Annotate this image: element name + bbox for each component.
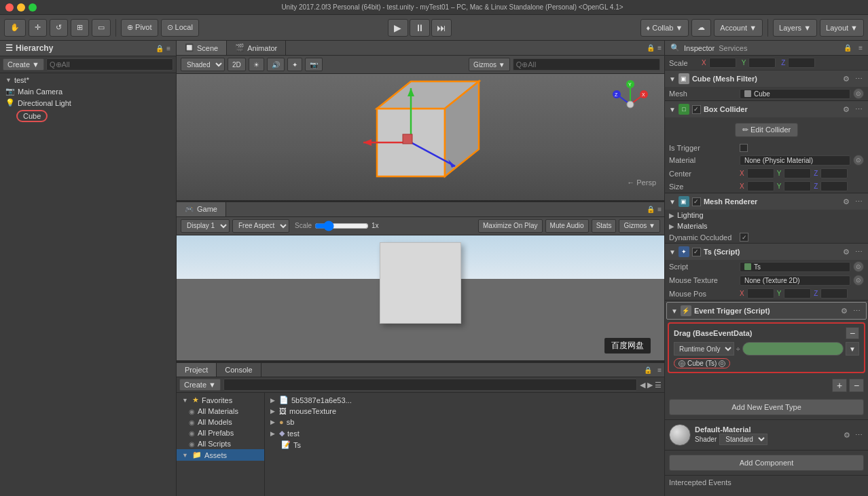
hierarchy-menu[interactable]: ≡ <box>166 45 170 52</box>
add-new-event-type-button[interactable]: Add New Event Type <box>669 399 864 415</box>
project-list-icon[interactable]: ☰ <box>655 381 662 389</box>
remove-event-row-button[interactable]: − <box>849 379 864 392</box>
shading-select[interactable]: Shaded <box>181 58 225 71</box>
mouse-pos-x-input[interactable]: 0 <box>747 288 774 299</box>
minimize-button[interactable] <box>17 3 25 12</box>
hierarchy-search-input[interactable] <box>46 58 173 71</box>
project-create-button[interactable]: Create ▼ <box>179 379 221 391</box>
layout-button[interactable]: Layout ▼ <box>820 19 864 37</box>
asset-item-3[interactable]: ▶ ◆ test <box>268 427 662 439</box>
project-all-scripts[interactable]: ◉ All Scripts <box>177 438 264 449</box>
event-trigger-settings-button[interactable]: ⚙ <box>839 307 849 316</box>
audio-button[interactable]: 🔊 <box>267 58 285 71</box>
project-all-prefabs[interactable]: ◉ All Prefabs <box>177 427 264 438</box>
stats-button[interactable]: Stats <box>592 219 617 233</box>
project-tab[interactable]: Project <box>177 363 217 377</box>
ts-script-settings-button[interactable]: ⚙ <box>842 248 851 256</box>
drag-remove-button[interactable]: − <box>846 327 859 339</box>
mesh-select-button[interactable]: ⊙ <box>853 88 864 99</box>
scene-camera-button[interactable]: 📷 <box>305 58 323 71</box>
2d-button[interactable]: 2D <box>228 58 246 71</box>
maximize-button[interactable] <box>29 3 37 12</box>
project-search-input[interactable] <box>223 379 637 391</box>
play-button[interactable]: ▶ <box>388 19 408 37</box>
dynamic-occluded-checkbox[interactable] <box>740 233 748 242</box>
cube-select-icon[interactable]: ⊙ <box>719 360 725 367</box>
mesh-renderer-header[interactable]: ▼ ▣ Mesh Renderer ⚙ ⋯ <box>665 193 868 210</box>
rect-tool[interactable]: ▭ <box>92 19 111 37</box>
pivot-button[interactable]: ⊕ Pivot <box>121 19 158 37</box>
asset-item-4[interactable]: 📝 Ts <box>268 439 662 451</box>
box-collider-enabled-checkbox[interactable] <box>692 105 701 114</box>
game-tab[interactable]: 🎮 Game <box>177 202 226 216</box>
center-z-input[interactable]: 0 <box>820 168 848 178</box>
account-button[interactable]: Account ▼ <box>714 19 763 37</box>
cloud-button[interactable]: ☁ <box>691 19 711 37</box>
hierarchy-item-test[interactable]: ▼ test* <box>0 75 176 85</box>
mesh-filter-header[interactable]: ▼ ▣ Cube (Mesh Filter) ⚙ ⋯ <box>665 71 868 87</box>
fx-button[interactable]: ✦ <box>287 58 302 71</box>
move-tool[interactable]: ✛ <box>29 19 47 37</box>
scale-x-input[interactable]: 1 <box>709 58 736 68</box>
scene-search-input[interactable] <box>513 58 660 71</box>
project-all-materials[interactable]: ◉ All Materials <box>177 406 264 417</box>
material-settings-button[interactable]: ⚙ <box>842 431 852 440</box>
mouse-texture-value-field[interactable]: None (Texture 2D) <box>740 275 850 286</box>
add-component-button[interactable]: Add Component <box>669 455 864 471</box>
hierarchy-create-button[interactable]: Create ▼ <box>3 58 44 71</box>
mesh-value-field[interactable]: Cube <box>740 89 850 99</box>
local-button[interactable]: ⊙ Local <box>161 19 199 37</box>
mesh-filter-settings-button[interactable]: ⚙ <box>842 75 851 83</box>
material-select-button[interactable]: ⊙ <box>853 155 864 166</box>
box-collider-more-button[interactable]: ⋯ <box>854 105 864 114</box>
scale-y-input[interactable]: 1 <box>748 58 776 68</box>
project-assets-folder[interactable]: ▼ 📁 Assets <box>177 449 264 461</box>
center-x-input[interactable]: 0 <box>747 168 774 178</box>
scale-slider[interactable] <box>314 222 369 230</box>
material-more-button[interactable]: ⋯ <box>854 431 864 440</box>
services-label[interactable]: Services <box>719 44 747 52</box>
hand-tool[interactable]: ✋ <box>4 19 26 37</box>
shader-select[interactable]: Standard <box>719 434 767 445</box>
scene-viewport[interactable]: X Z Y ← Persp <box>177 74 664 200</box>
edit-collider-button[interactable]: ✏ Edit Collider <box>735 123 798 137</box>
mesh-filter-more-button[interactable]: ⋯ <box>854 75 864 83</box>
collab-button[interactable]: ♦ Collab ▼ <box>640 19 689 37</box>
mouse-texture-select-button[interactable]: ⊙ <box>853 275 864 286</box>
size-y-input[interactable]: 1 <box>784 181 811 191</box>
game-gizmos-button[interactable]: Gizmos ▼ <box>619 219 660 233</box>
ondrag-input[interactable]: Ts.OnDrag <box>742 342 844 356</box>
mute-audio-button[interactable]: Mute Audio <box>545 219 589 233</box>
project-all-models[interactable]: ◉ All Models <box>177 417 264 427</box>
mesh-renderer-settings-button[interactable]: ⚙ <box>842 197 851 206</box>
aspect-select[interactable]: Free Aspect <box>232 219 289 233</box>
event-trigger-more-button[interactable]: ⋯ <box>852 307 862 316</box>
is-trigger-checkbox[interactable] <box>740 144 748 152</box>
pause-button[interactable]: ⏸ <box>410 19 430 37</box>
ts-script-header[interactable]: ▼ ✦ Ts (Script) ⚙ ⋯ <box>665 244 868 260</box>
ts-script-more-button[interactable]: ⋯ <box>854 248 864 256</box>
box-collider-header[interactable]: ▼ □ Box Collider ⚙ ⋯ <box>665 101 868 117</box>
close-button[interactable] <box>5 3 14 12</box>
animator-tab[interactable]: 🎬 Animator <box>227 41 286 55</box>
material-value-field[interactable]: None (Physic Material) <box>740 155 850 166</box>
size-z-input[interactable]: 1 <box>820 181 848 191</box>
ondrag-dropdown-button[interactable]: ▼ <box>846 342 859 356</box>
mesh-renderer-more-button[interactable]: ⋯ <box>854 197 864 206</box>
sun-button[interactable]: ☀ <box>249 58 264 71</box>
maximize-on-play-button[interactable]: Maximize On Play <box>478 219 543 233</box>
mouse-pos-y-input[interactable]: 0 <box>784 288 811 299</box>
asset-item-2[interactable]: ▶ ● sb <box>268 417 662 427</box>
cube-target-icon[interactable]: ◎ <box>679 360 685 367</box>
hierarchy-item-light[interactable]: 💡 Directional Light <box>0 97 176 109</box>
layers-button[interactable]: Layers ▼ <box>773 19 817 37</box>
mesh-renderer-enabled-checkbox[interactable] <box>692 197 701 206</box>
materials-expand-icon[interactable]: ▶ <box>669 223 674 230</box>
asset-item-0[interactable]: ▶ 📄 5b5387e1a6e53... <box>268 394 662 406</box>
rotate-tool[interactable]: ↺ <box>50 19 68 37</box>
step-button[interactable]: ⏭ <box>431 19 452 37</box>
script-value-field[interactable]: Ts <box>740 262 850 272</box>
display-select[interactable]: Display 1 <box>181 219 230 233</box>
console-tab[interactable]: Console <box>217 363 261 377</box>
project-favorites[interactable]: ▼ ★ Favorites <box>177 394 264 406</box>
